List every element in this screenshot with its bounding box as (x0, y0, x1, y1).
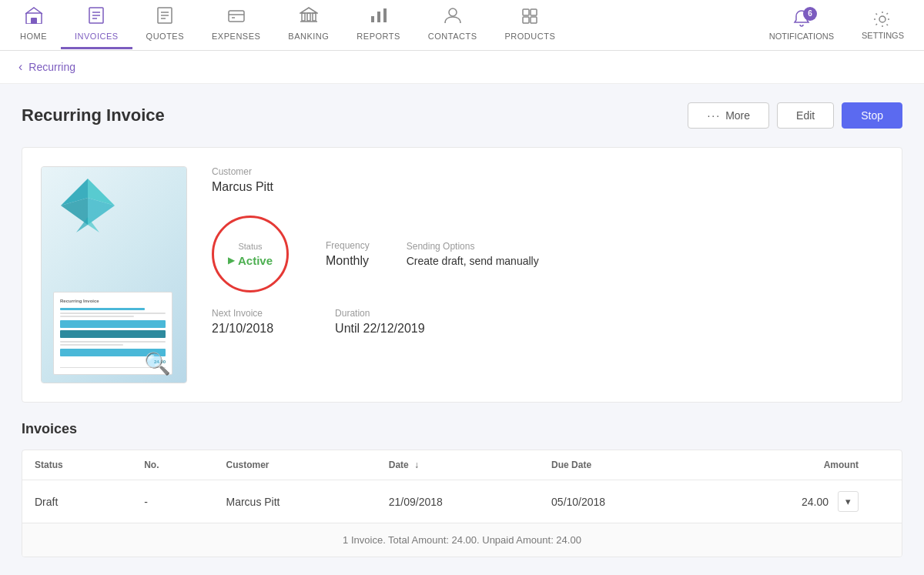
svg-rect-20 (383, 8, 387, 22)
contacts-icon (444, 7, 462, 28)
col-header-amount: Amount (701, 450, 871, 480)
nav-products-label: PRODUCTS (505, 32, 556, 41)
duration-label: Duration (335, 308, 425, 319)
status-section: Status ▶ Active (212, 216, 289, 293)
main-content: Recurring Invoice ··· More Edit Stop (0, 84, 924, 575)
frequency-section: Frequency Monthly (326, 240, 370, 268)
svg-rect-16 (313, 13, 316, 21)
row-customer: Marcus Pitt (214, 480, 377, 523)
notifications-button[interactable]: 6 NOTIFICATIONS (755, 4, 848, 47)
nav-contacts[interactable]: CONTACTS (414, 1, 491, 49)
home-icon (25, 7, 43, 28)
next-invoice-label: Next Invoice (212, 308, 273, 319)
notifications-badge: 6 (803, 7, 817, 21)
table-body: Draft - Marcus Pitt 21/09/2018 05/10/201… (22, 480, 902, 523)
svg-marker-13 (300, 8, 317, 13)
header-actions: ··· More Edit Stop (688, 102, 902, 129)
table-header: Status No. Customer Date ↓ (22, 450, 902, 480)
svg-point-21 (449, 8, 457, 16)
more-button[interactable]: ··· More (688, 102, 769, 129)
invoice-detail-card: Recurring Invoice 24.00 🔍 (22, 147, 902, 403)
status-value: Active (238, 254, 273, 267)
svg-rect-1 (31, 18, 37, 24)
notifications-label: NOTIFICATIONS (769, 32, 834, 41)
frequency-value: Monthly (326, 254, 370, 268)
products-icon (521, 7, 539, 28)
svg-rect-24 (523, 17, 529, 23)
banking-icon (300, 7, 318, 28)
expenses-icon (227, 7, 246, 28)
row-no: - (132, 480, 213, 523)
invoices-icon (87, 7, 105, 28)
edit-button[interactable]: Edit (777, 102, 834, 129)
invoices-table-wrapper: Status No. Customer Date ↓ (22, 450, 902, 557)
row-status: Draft (22, 480, 132, 523)
breadcrumb-back-icon: ‹ (18, 60, 22, 74)
nav-contacts-label: CONTACTS (428, 32, 477, 41)
col-header-due-date: Due Date (539, 450, 701, 480)
frequency-label: Frequency (326, 240, 370, 251)
customer-section: Customer Marcus Pitt (212, 166, 883, 194)
duration-value: Until 22/12/2019 (335, 322, 425, 336)
reports-icon (370, 7, 388, 28)
thumbnail-preview: Recurring Invoice 24.00 🔍 (42, 167, 186, 383)
nav-quotes[interactable]: QUOTES (132, 1, 198, 49)
nav-home[interactable]: HOME (6, 1, 61, 49)
customer-label: Customer (212, 166, 883, 177)
sending-options-section: Sending Options Create draft, send manua… (407, 241, 539, 267)
col-header-date[interactable]: Date ↓ (377, 450, 539, 480)
row-spacer (871, 480, 902, 523)
settings-label: SETTINGS (862, 31, 904, 40)
nav-reports[interactable]: REPORTS (343, 1, 413, 49)
row-action-button[interactable]: ▾ (838, 491, 859, 512)
more-dots-icon: ··· (707, 109, 721, 122)
sort-icon: ↓ (414, 460, 419, 470)
nav-home-label: HOME (20, 32, 47, 41)
svg-point-26 (879, 16, 886, 22)
top-nav: HOME INVOICES QUOTES EXPENSES BANKING (0, 0, 924, 51)
col-header-customer: Customer (214, 450, 377, 480)
sending-options-label: Sending Options (407, 241, 539, 252)
col-header-status: Status (22, 450, 132, 480)
settings-button[interactable]: SETTINGS (848, 5, 918, 46)
col-header-no: No. (132, 450, 213, 480)
details-row-1: Status ▶ Active Frequency Monthly (212, 216, 883, 293)
row-due-date: 05/10/2018 (539, 480, 701, 523)
col-header-actions (871, 450, 902, 480)
status-active: ▶ Active (228, 254, 273, 267)
svg-rect-15 (307, 13, 310, 21)
svg-rect-10 (229, 11, 244, 22)
details-row-2: Next Invoice 21/10/2018 Duration Until 2… (212, 308, 883, 336)
row-amount: 24.00 ▾ (701, 480, 871, 523)
nav-expenses[interactable]: EXPENSES (198, 1, 274, 49)
nav-invoices-label: INVOICES (75, 32, 119, 41)
breadcrumb-link[interactable]: Recurring (28, 61, 75, 73)
card-inner: Recurring Invoice 24.00 🔍 (41, 166, 883, 383)
invoice-thumbnail[interactable]: Recurring Invoice 24.00 🔍 (41, 166, 187, 383)
table-row: Draft - Marcus Pitt 21/09/2018 05/10/201… (22, 480, 902, 523)
nav-products[interactable]: PRODUCTS (491, 1, 570, 49)
row-date: 21/09/2018 (377, 480, 539, 523)
invoices-section: Invoices Status No. Customer (22, 421, 902, 557)
status-circle: Status ▶ Active (212, 216, 289, 293)
breadcrumb: ‹ Recurring (0, 51, 924, 84)
nav-banking-label: BANKING (288, 32, 329, 41)
svg-rect-14 (302, 13, 305, 21)
customer-name: Marcus Pitt (212, 180, 883, 194)
page-title: Recurring Invoice (22, 105, 165, 125)
svg-rect-18 (371, 16, 374, 22)
nav-reports-label: REPORTS (357, 32, 400, 41)
sending-options-value: Create draft, send manually (407, 255, 539, 267)
svg-rect-25 (531, 17, 537, 23)
nav-banking[interactable]: BANKING (274, 1, 343, 49)
svg-rect-22 (523, 9, 529, 15)
table-footer: 1 Invoice. Total Amount: 24.00. Unpaid A… (22, 523, 902, 557)
status-label: Status (238, 242, 262, 251)
nav-invoices[interactable]: INVOICES (61, 1, 132, 49)
play-icon: ▶ (228, 255, 235, 266)
stop-button[interactable]: Stop (842, 102, 902, 129)
quotes-icon (156, 7, 174, 28)
duration-section: Duration Until 22/12/2019 (335, 308, 425, 336)
invoices-section-title: Invoices (22, 421, 902, 437)
next-invoice-value: 21/10/2018 (212, 322, 273, 336)
